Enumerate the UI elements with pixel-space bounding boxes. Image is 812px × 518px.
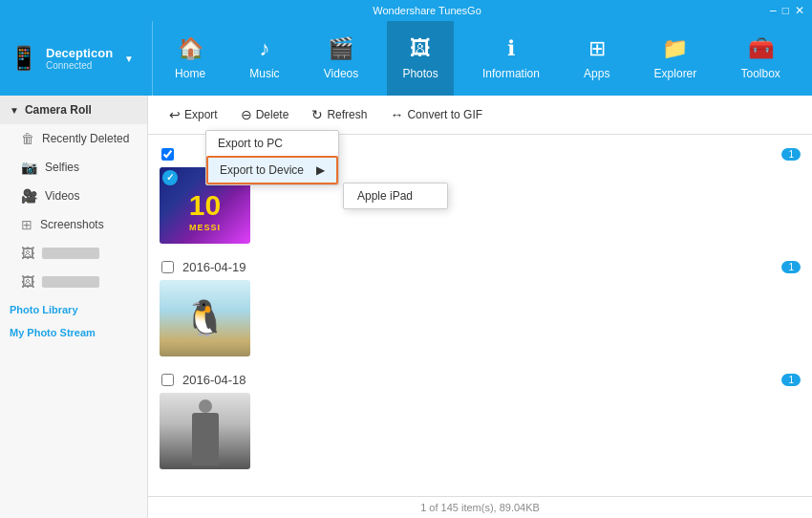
export-button[interactable]: ↩ Export [160,103,227,126]
nav-videos[interactable]: 🎬 Videos [309,21,374,96]
photo-thumb-penguin[interactable]: 🐧 [160,280,250,356]
main-area: ▼ Camera Roll 🗑 Recently Deleted 📷 Selfi… [0,96,812,518]
close-btn[interactable]: ✕ [795,4,804,17]
apps-icon: ⊞ [588,36,606,61]
status-bar: 1 of 145 item(s), 89.04KB [148,496,812,518]
photos-icon: 🖼 [410,36,431,61]
music-icon: ♪ [259,36,269,61]
sidebar-item-album1[interactable]: 🖼 [0,239,147,268]
group-2016-04-18-badge: 1 [781,374,801,386]
submenu-arrow-icon: ▶ [316,163,325,177]
export-to-pc-item[interactable]: Export to PC [206,131,338,156]
home-icon: 🏠 [178,36,203,61]
nav-photos-label: Photos [402,67,438,80]
sidebar-photo-library[interactable]: Photo Library [0,296,147,319]
nav-videos-label: Videos [324,67,358,80]
nav-apps[interactable]: ⊞ Apps [568,21,625,96]
album2-icon: 🖼 [21,274,34,290]
delete-label: Delete [256,108,289,121]
group-2016-04-19-date: 2016-04-19 [182,260,246,274]
export-label: Export [184,108,218,121]
sidebar-item-videos-label: Videos [45,189,79,203]
device-icon: 📱 [10,45,38,72]
refresh-icon: ↻ [311,107,323,122]
group-2016-04-18-date: 2016-04-18 [182,373,246,387]
album2-thumb [42,276,99,288]
nav-toolbox[interactable]: 🧰 Toolbox [725,21,795,96]
device-details: Decepticon Connected [46,46,113,71]
photo-group-2016-04-18: 2016-04-18 1 [160,368,801,469]
group-2016-04-19-checkbox-wrap[interactable] [160,259,175,274]
convert-gif-icon: ↔ [390,107,403,122]
device-info[interactable]: 📱 Decepticon Connected ▼ [10,21,153,96]
sidebar-section-label: Camera Roll [25,103,92,117]
photo-group-2016-04-18-header: 2016-04-18 1 [160,368,801,393]
sidebar-item-selfies[interactable]: 📷 Selfies [0,153,147,182]
photo-thumb-bw-person[interactable] [160,393,250,469]
nav-toolbox-label: Toolbox [740,67,780,80]
convert-gif-label: Convert to GIF [407,108,482,121]
album1-icon: 🖼 [21,246,34,261]
title-bar: Wondershare TunesGo – □ ✕ [0,0,812,21]
recently-deleted-icon: 🗑 [21,131,34,146]
group-selected-checkbox[interactable] [161,148,174,161]
selfies-icon: 📷 [21,160,37,175]
nav-information[interactable]: ℹ Information [467,21,555,96]
sidebar-item-screenshots[interactable]: ⊞ Screenshots [0,210,147,239]
photo-row-2016-04-19: 🐧 [160,280,801,356]
group-2016-04-19-badge: 1 [781,261,801,273]
nav-explorer[interactable]: 📁 Explorer [639,21,713,96]
photo-group-2016-04-19: 2016-04-19 1 🐧 [160,255,801,356]
group-2016-04-19-checkbox[interactable] [161,261,174,273]
refresh-label: Refresh [327,108,367,121]
nav-photos[interactable]: 🖼 Photos [387,21,453,96]
sidebar-my-photo-stream[interactable]: My Photo Stream [0,319,147,342]
window-controls[interactable]: – □ ✕ [770,4,804,17]
header: 📱 Decepticon Connected ▼ 🏠 Home ♪ Music … [0,21,812,96]
status-text: 1 of 145 item(s), 89.04KB [420,502,540,513]
sidebar: ▼ Camera Roll 🗑 Recently Deleted 📷 Selfi… [0,96,148,518]
screenshots-icon: ⊞ [21,217,32,232]
nav-explorer-label: Explorer [654,67,697,80]
photo-list: 1 10 MESSI 2016-04-19 [148,135,812,496]
maximize-btn[interactable]: □ [782,4,789,17]
sidebar-item-videos[interactable]: 🎥 Videos [0,182,147,210]
delete-button[interactable]: ⊖ Delete [231,103,299,126]
export-to-device-item[interactable]: Export to Device ▶ Apple iPad [206,156,338,184]
device-status: Connected [46,60,113,71]
nav-music[interactable]: ♪ Music [234,21,294,96]
sidebar-item-screenshots-label: Screenshots [40,218,104,231]
minimize-btn[interactable]: – [770,4,777,17]
photo-group-2016-04-19-header: 2016-04-19 1 [160,255,801,280]
videos-sidebar-icon: 🎥 [21,188,37,204]
explorer-icon: 📁 [662,36,688,61]
photo-row-2016-04-18 [160,393,801,469]
sidebar-item-recently-deleted[interactable]: 🗑 Recently Deleted [0,124,147,153]
nav-home[interactable]: 🏠 Home [160,21,221,96]
information-icon: ℹ [507,36,515,61]
nav-music-label: Music [249,67,279,80]
nav-home-label: Home [175,67,205,80]
sidebar-item-recently-deleted-label: Recently Deleted [42,132,129,145]
device-dropdown-arrow: ▼ [124,54,134,64]
nav-information-label: Information [482,67,540,80]
camera-roll-header[interactable]: ▼ Camera Roll [0,96,147,124]
refresh-button[interactable]: ↻ Refresh [302,103,376,126]
group-selected-badge: 1 [781,148,801,161]
group-selected-checkbox-wrap[interactable] [160,146,175,162]
sidebar-item-album2[interactable]: 🖼 [0,268,147,296]
export-icon: ↩ [169,107,181,122]
sidebar-item-selfies-label: Selfies [45,161,79,174]
group-2016-04-18-checkbox-wrap[interactable] [160,372,175,387]
export-to-device-label: Export to Device [220,163,304,177]
nav-apps-label: Apps [584,67,609,80]
convert-gif-button[interactable]: ↔ Convert to GIF [380,103,492,126]
toolbar: ↩ Export ⊖ Delete ↻ Refresh ↔ Convert to… [148,96,812,135]
content-area: ↩ Export ⊖ Delete ↻ Refresh ↔ Convert to… [148,96,812,518]
album1-thumb [42,248,99,259]
nav-bar: 🏠 Home ♪ Music 🎬 Videos 🖼 Photos ℹ Infor… [153,21,802,96]
apple-ipad-item[interactable]: Apple iPad [344,183,447,208]
export-dropdown: Export to PC Export to Device ▶ Apple iP… [205,130,339,185]
group-2016-04-18-checkbox[interactable] [161,374,174,386]
export-submenu: Apple iPad [343,183,448,209]
